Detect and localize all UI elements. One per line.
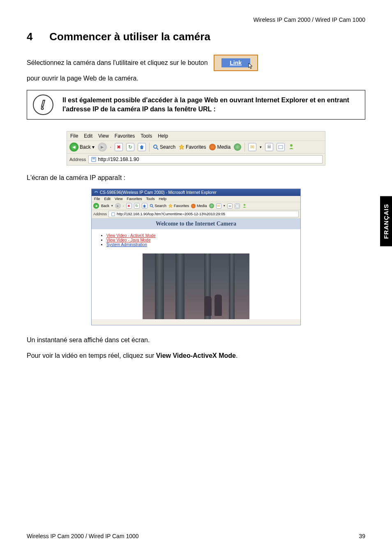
section-title-text: Commencer à utiliser la caméra — [49, 30, 210, 43]
search-button[interactable]: Search — [153, 144, 175, 150]
footer-left: Wireless IP Cam 2000 / Wired IP Cam 1000 — [27, 533, 139, 539]
menu-item[interactable]: Favorites — [127, 197, 142, 201]
svg-rect-5 — [279, 145, 283, 149]
home-button[interactable] — [142, 203, 148, 209]
dropdown-icon: ▾ — [260, 145, 262, 149]
link-sysadmin[interactable]: System Administration — [106, 242, 147, 247]
refresh-button[interactable]: ↻ — [126, 143, 134, 151]
messenger-button[interactable] — [288, 143, 295, 151]
home-icon — [139, 145, 144, 150]
edit-button[interactable] — [235, 203, 240, 209]
svg-rect-10 — [228, 205, 231, 207]
info-box: Il est également possible d'accéder à la… — [27, 90, 365, 120]
link-button-label: Link — [221, 58, 250, 67]
svg-point-8 — [150, 204, 152, 207]
realtime-suffix: . — [236, 352, 238, 359]
intro-before: Sélectionnez la caméra dans l'utilitaire… — [27, 58, 208, 68]
link-button[interactable]: Link — [214, 55, 258, 71]
svg-point-0 — [42, 108, 44, 110]
address-value: http://192.168.1.90/top.htm?Currenttime=… — [117, 212, 225, 216]
separator: · — [110, 144, 111, 150]
home-icon — [143, 204, 146, 208]
pillar-shape — [175, 253, 184, 319]
figure-shape — [214, 295, 222, 316]
edit-button[interactable] — [277, 143, 285, 151]
address-input[interactable]: http://192.168.1.90 — [88, 155, 323, 164]
menu-item[interactable]: View — [98, 133, 109, 139]
svg-rect-4 — [268, 145, 270, 146]
media-button[interactable]: Media — [191, 204, 207, 208]
print-button[interactable] — [227, 203, 233, 209]
address-input[interactable]: http://192.168.1.90/top.htm?Currenttime=… — [108, 211, 299, 217]
menu-item[interactable]: Tools — [141, 133, 152, 139]
after-ie-text: L'écran de la caméra IP apparaît : — [27, 173, 365, 183]
media-icon — [191, 204, 196, 208]
home-button[interactable] — [138, 143, 146, 151]
info-text: Il est également possible d'accéder à la… — [62, 96, 359, 114]
address-label: Address — [69, 157, 86, 162]
ie-menubar: File Edit View Favorites Tools Help — [67, 131, 325, 141]
favorites-button[interactable]: Favorites — [179, 144, 206, 150]
back-icon[interactable]: ◄ — [93, 203, 99, 209]
media-icon — [209, 144, 216, 150]
snapshot-text: Un instantané sera affiché dans cet écra… — [27, 335, 365, 345]
favorites-button[interactable]: Favorites — [168, 204, 189, 208]
mail-button[interactable]: ✉ — [248, 143, 256, 151]
pillar-shape — [155, 253, 164, 319]
menu-item[interactable]: Favorites — [115, 133, 135, 139]
page-icon — [91, 157, 96, 162]
menu-item[interactable]: File — [70, 133, 78, 139]
svg-point-12 — [243, 204, 245, 206]
stop-button[interactable]: ✖ — [126, 203, 132, 209]
media-button[interactable]: Media — [209, 144, 231, 150]
svg-point-6 — [290, 144, 293, 147]
star-icon — [179, 144, 184, 150]
address-label: Address — [93, 212, 107, 216]
address-value: http://192.168.1.90 — [98, 157, 139, 162]
realtime-bold: View Video-ActiveX Mode — [156, 352, 236, 359]
forward-button[interactable]: ► — [115, 203, 121, 209]
svg-line-9 — [152, 206, 153, 207]
star-icon — [168, 204, 173, 208]
favorites-label: Favorites — [186, 144, 206, 150]
info-icon — [33, 94, 53, 115]
cam-address-bar: Address http://192.168.1.90/top.htm?Curr… — [92, 210, 300, 219]
search-label: Search — [155, 204, 167, 208]
menu-item[interactable]: View — [115, 197, 122, 201]
pillar-shape — [229, 253, 235, 319]
search-button[interactable]: Search — [150, 204, 167, 208]
menu-item[interactable]: Help — [158, 133, 168, 139]
svg-rect-13 — [112, 212, 115, 216]
dropdown-icon: ▾ — [111, 204, 113, 207]
messenger-icon[interactable] — [242, 203, 247, 208]
cam-toolbar: ◄ Back ▾ ► · ✖ ↻ Search Favorites Media … — [92, 202, 300, 210]
refresh-button[interactable]: ↻ — [134, 203, 140, 209]
link-java[interactable]: View Video - Java Mode — [106, 238, 150, 242]
menu-item[interactable]: File — [94, 197, 100, 201]
edit-icon — [235, 204, 239, 208]
print-icon — [267, 145, 272, 150]
menu-item[interactable]: Tools — [146, 197, 154, 201]
back-button[interactable]: ◄ Back ▾ — [69, 143, 95, 152]
stop-button[interactable]: ✖ — [115, 143, 123, 151]
back-label: Back — [80, 144, 91, 150]
page-icon — [111, 212, 115, 216]
mail-button[interactable]: ✉ — [216, 203, 221, 209]
dropdown-icon: ▾ — [92, 144, 95, 150]
back-icon: ◄ — [69, 143, 78, 152]
forward-button[interactable]: ► — [98, 143, 107, 152]
menu-item[interactable]: Edit — [84, 133, 92, 139]
menu-item[interactable]: Help — [159, 197, 166, 201]
history-button[interactable] — [209, 203, 214, 208]
language-tab: FRANÇAIS — [380, 196, 392, 246]
section-number: 4 — [27, 30, 46, 43]
search-label: Search — [160, 144, 175, 150]
menu-item[interactable]: Edit — [104, 197, 111, 201]
print-button[interactable] — [265, 143, 273, 151]
favorites-label: Favorites — [174, 204, 189, 208]
svg-rect-3 — [267, 146, 271, 148]
figure-shape — [204, 296, 212, 316]
link-activex[interactable]: View Video - ActiveX Mode — [106, 233, 156, 238]
svg-line-2 — [157, 148, 158, 150]
history-button[interactable] — [234, 143, 241, 151]
